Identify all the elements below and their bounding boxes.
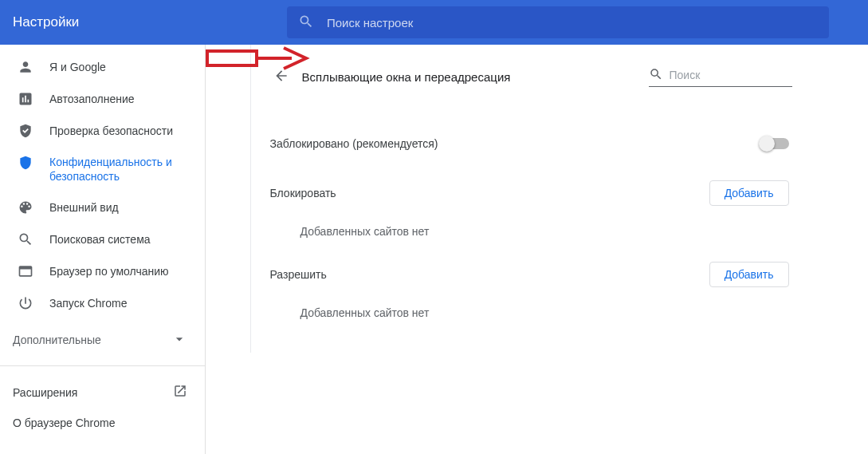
security-check-icon [18,123,33,139]
sidebar: Я и Google Автозаполнение Проверка безоп… [0,45,206,454]
page-search-input[interactable] [670,69,809,81]
extensions-label: Расширения [13,386,77,399]
sidebar-item-search-engine[interactable]: Поисковая система [0,223,205,255]
advanced-label: Дополнительные [13,334,101,346]
settings-search-bar[interactable] [287,6,829,38]
sidebar-item-label: Конфиденциальность и безопасность [49,155,192,184]
blocked-toggle-row: Заблокировано (рекомендуется) [267,123,792,164]
sidebar-item-autofill[interactable]: Автозаполнение [0,83,205,115]
open-in-new-icon [173,384,187,401]
page-title: Всплывающие окна и переадресация [302,70,649,84]
page-header: Всплывающие окна и переадресация [267,54,792,99]
allow-section-label: Разрешить [270,268,327,281]
sidebar-item-privacy-security[interactable]: Конфиденциальность и безопасность [0,147,205,191]
browser-icon [18,263,33,279]
sidebar-item-extensions[interactable]: Расширения [0,376,205,409]
blocked-toggle[interactable] [760,138,789,149]
sidebar-item-label: Браузер по умолчанию [49,264,169,278]
search-icon [298,14,314,32]
search-icon [649,67,670,84]
app-header: Настройки [0,0,868,45]
block-section-label: Блокировать [270,187,336,199]
blocked-label: Заблокировано (рекомендуется) [270,137,438,150]
sidebar-item-label: Поисковая система [49,232,151,247]
page-search[interactable] [649,67,792,87]
sidebar-advanced-toggle[interactable]: Дополнительные [0,324,205,356]
chevron-down-icon [171,331,187,349]
palette-icon [18,199,33,215]
allow-section-row: Разрешить Добавить [267,255,792,294]
sidebar-item-default-browser[interactable]: Браузер по умолчанию [0,255,205,287]
add-allow-button[interactable]: Добавить [709,262,789,287]
sidebar-divider [0,365,205,366]
block-section-row: Блокировать Добавить [267,174,792,212]
sidebar-item-safety-check[interactable]: Проверка безопасности [0,115,205,147]
sidebar-item-appearance[interactable]: Внешний вид [0,191,205,223]
add-block-button[interactable]: Добавить [709,180,789,206]
sidebar-item-you-and-google[interactable]: Я и Google [0,51,205,83]
app-title: Настройки [13,14,287,30]
sidebar-item-label: Проверка безопасности [49,124,173,138]
sidebar-item-label: Автозаполнение [49,92,135,106]
sidebar-item-about[interactable]: О браузере Chrome [0,409,205,437]
sidebar-item-on-startup[interactable]: Запуск Chrome [0,287,205,319]
power-icon [18,295,33,311]
sidebar-item-label: Внешний вид [49,200,119,215]
autofill-icon [18,91,33,107]
settings-search-input[interactable] [327,16,818,30]
block-empty-text: Добавленных сайтов нет [267,212,792,255]
about-label: О браузере Chrome [13,416,116,429]
svg-rect-0 [207,51,257,65]
allow-empty-text: Добавленных сайтов нет [267,294,792,337]
main-content: Всплывающие окна и переадресация Заблоки… [206,45,868,454]
sidebar-item-label: Я и Google [49,60,106,74]
sidebar-item-label: Запуск Chrome [49,296,127,310]
search-icon [18,231,33,247]
shield-icon [18,155,33,171]
person-icon [18,59,33,75]
